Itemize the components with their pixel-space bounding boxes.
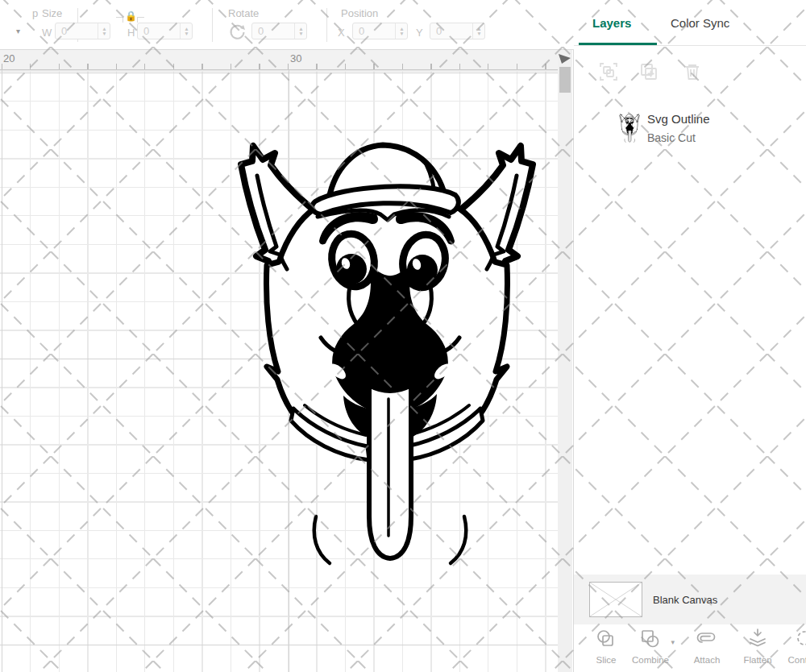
tab-layers[interactable]: Layers: [592, 16, 631, 30]
y-stepper[interactable]: ▲ ▼: [472, 23, 485, 39]
flip-caret-icon[interactable]: ▾: [16, 27, 20, 35]
stepper-down-icon[interactable]: ▼: [102, 31, 106, 36]
layer-row-svg-outline[interactable]: Svg Outline Basic Cut: [574, 103, 806, 155]
flatten-label: Flatten: [735, 655, 780, 665]
height-label: H: [127, 27, 135, 39]
lock-icon[interactable]: 🔒: [125, 10, 137, 22]
combine-icon: [640, 628, 661, 649]
width-label: W: [42, 27, 52, 39]
position-section-label: Position: [341, 7, 378, 19]
contour-label: Contour: [782, 655, 806, 665]
blank-canvas-label: Blank Canvas: [653, 594, 717, 606]
stepper-down-icon[interactable]: ▼: [399, 31, 404, 36]
flip-label-fragment: p: [32, 7, 38, 19]
slice-label: Slice: [584, 655, 629, 665]
group-icon[interactable]: [598, 61, 619, 82]
rotate-section-label: Rotate: [228, 7, 259, 19]
ruler-label-20: 20: [3, 52, 15, 64]
combine-button[interactable]: ▾ Combine: [628, 628, 673, 665]
attach-button[interactable]: Attach: [684, 628, 729, 665]
grid-major-line: [0, 73, 558, 74]
stepper-down-icon[interactable]: ▼: [298, 31, 303, 36]
size-section-label: Size: [42, 7, 62, 19]
canvas-layer-row[interactable]: Blank Canvas: [574, 575, 806, 624]
trash-icon[interactable]: [682, 61, 703, 82]
design-app-window: 20 30 p ▾ Size W ▲ ▼ 🔒 H ▲ ▼ Rotate: [0, 0, 806, 672]
tabs-rule: [574, 45, 806, 46]
toolbar-divider: [326, 8, 327, 42]
layer-linetype: Basic Cut: [647, 131, 696, 144]
ruler-label-30: 30: [290, 52, 301, 64]
contour-button[interactable]: Contour: [782, 628, 806, 665]
y-label: Y: [416, 27, 423, 39]
grid-major-line: [0, 645, 558, 646]
blank-canvas-x-icon: [590, 583, 642, 616]
grid-major-line: [2, 69, 3, 672]
attach-icon: [695, 628, 719, 649]
dog-tongue: [369, 385, 411, 558]
slice-icon: [596, 628, 617, 649]
rotate-stepper[interactable]: ▲ ▼: [294, 23, 307, 39]
flatten-button[interactable]: Flatten: [735, 628, 780, 665]
attach-label: Attach: [684, 655, 729, 665]
vertical-scrollbar-thumb[interactable]: [559, 67, 571, 93]
rotate-icon[interactable]: [229, 23, 247, 41]
horizontal-ruler: 20 30: [0, 50, 558, 70]
layer-title: Svg Outline: [647, 112, 710, 126]
x-stepper[interactable]: ▲ ▼: [395, 23, 408, 39]
layer-thumbnail: [619, 114, 640, 143]
vertical-scrollbar-track[interactable]: [558, 50, 572, 672]
svg-outline-artwork[interactable]: [232, 139, 542, 568]
tab-color-sync[interactable]: Color Sync: [671, 16, 729, 30]
combine-label: Combine: [628, 655, 673, 665]
ruler-ticks: [0, 64, 558, 69]
edit-toolbar: p ▾ Size W ▲ ▼ 🔒 H ▲ ▼ Rotate ▲ ▼ Posi: [0, 0, 574, 50]
lock-link-left: [116, 17, 123, 23]
contour-icon: [794, 628, 806, 649]
duplicate-icon[interactable]: [638, 61, 659, 82]
flatten-icon: [747, 628, 768, 649]
width-stepper[interactable]: ▲ ▼: [98, 23, 110, 39]
height-stepper[interactable]: ▲ ▼: [180, 23, 193, 39]
lock-link-right: [137, 17, 144, 23]
toolbar-divider: [212, 8, 213, 42]
stepper-down-icon[interactable]: ▼: [184, 31, 189, 36]
layers-panel: Layers Color Sync: [574, 0, 806, 672]
blank-canvas-thumb: [589, 582, 642, 617]
combine-caret-icon[interactable]: ▾: [671, 638, 675, 646]
x-label: X: [338, 27, 345, 39]
stepper-down-icon[interactable]: ▼: [476, 31, 481, 36]
slice-button[interactable]: Slice: [584, 628, 629, 665]
scroll-corner-arrow-icon: [559, 52, 571, 65]
